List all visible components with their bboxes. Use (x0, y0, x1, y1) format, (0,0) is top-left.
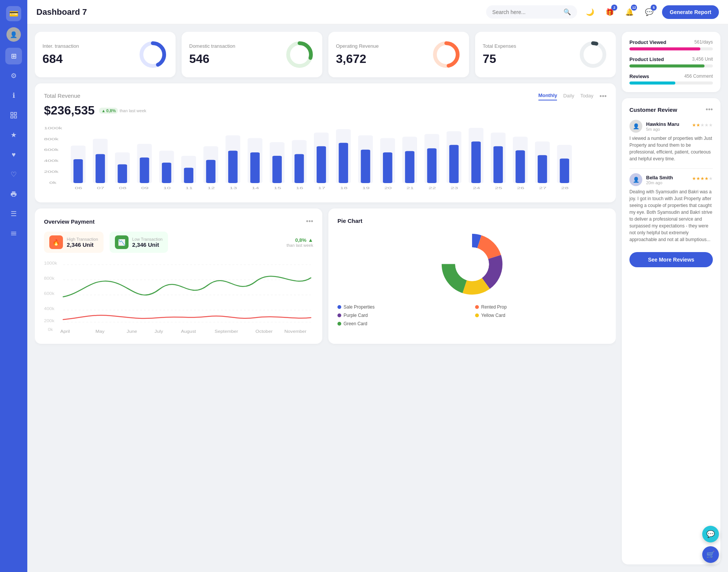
svg-rect-56 (405, 151, 414, 183)
metric-product-viewed: Product Viewed 561/days (629, 39, 713, 50)
search-bar[interactable]: 🔍 (486, 5, 577, 19)
review-item-0: 👤 Hawkins Maru 5m ago ★★★★★ I viewed a n… (629, 120, 713, 162)
sidebar-item-settings[interactable]: ⚙ (5, 67, 22, 84)
reviewer-name-0: Hawkins Maru (646, 121, 679, 127)
svg-text:18: 18 (340, 186, 348, 190)
sidebar-item-heart[interactable]: ♥ (5, 146, 22, 163)
up-arrow-icon: ▲ (101, 108, 105, 113)
chat-button[interactable]: 💬 5 (642, 5, 656, 19)
stat-value-1: 546 (189, 52, 235, 66)
svg-text:11: 11 (185, 186, 193, 190)
low-transaction-value: 2,346 Unit (132, 241, 163, 248)
legend-label-green: Green Card (344, 321, 367, 326)
user-avatar[interactable]: 👤 (6, 27, 21, 42)
metric-value-1: 3,456 Unit (692, 56, 713, 62)
svg-rect-57 (427, 148, 437, 183)
content: Inter. transaction 684 Domestic transact… (27, 24, 728, 572)
payment-up-arrow: ▲ (308, 237, 313, 243)
metric-product-listed: Product Listed 3,456 Unit (629, 56, 713, 67)
fab-cart[interactable]: 🛒 (702, 546, 719, 563)
payment-more-button[interactable]: ••• (306, 218, 313, 226)
legend-dot-green (337, 322, 341, 326)
fab-support[interactable]: 💬 (702, 526, 719, 542)
svg-text:27: 27 (539, 186, 547, 190)
legend-label-yellow: Yellow Card (481, 313, 505, 318)
gift-button[interactable]: 🎁 2 (603, 5, 617, 19)
bell-badge: 12 (631, 5, 637, 11)
svg-rect-42 (96, 154, 105, 183)
svg-rect-44 (140, 158, 149, 183)
svg-text:0k: 0k (49, 180, 57, 184)
reviewer-name-1: Bella Smith (646, 175, 673, 180)
svg-text:600k: 600k (44, 148, 59, 152)
tab-today[interactable]: Today (580, 93, 593, 100)
sidebar-item-list[interactable] (5, 225, 22, 242)
svg-rect-1 (14, 113, 17, 115)
svg-rect-46 (184, 168, 193, 183)
svg-text:14: 14 (252, 186, 259, 190)
tab-daily[interactable]: Daily (563, 93, 574, 100)
dark-mode-button[interactable]: 🌙 (583, 5, 597, 19)
review-text-0: I viewed a number of properties with Jus… (629, 135, 713, 162)
sidebar-item-heart2[interactable]: ♡ (5, 166, 22, 183)
legend-rented-prop: Rented Prop (475, 304, 607, 310)
svg-text:June: June (127, 329, 137, 334)
sidebar-item-menu[interactable]: ☰ (5, 205, 22, 222)
stat-value-3: 75 (483, 52, 516, 66)
svg-rect-54 (361, 150, 370, 183)
reviewer-time-0: 5m ago (646, 127, 679, 132)
revenue-bar-chart: 1000k 800k 600k 400k 200k 0k (44, 125, 607, 193)
svg-text:September: September (215, 329, 238, 334)
legend-dot-purple (337, 313, 341, 317)
svg-rect-43 (118, 165, 127, 183)
see-more-reviews-button[interactable]: See More Reviews (629, 252, 713, 267)
svg-rect-53 (339, 143, 348, 183)
sidebar-item-star[interactable]: ★ (5, 127, 22, 143)
sidebar-item-analytics[interactable] (5, 107, 22, 124)
svg-rect-47 (206, 160, 216, 183)
stat-card-operating-revenue: Operating Revenue 3,672 (328, 32, 469, 77)
sidebar: 💳 👤 ⊞ ⚙ ℹ ★ ♥ ♡ ☰ (0, 0, 27, 572)
metric-value-0: 561/days (694, 39, 713, 45)
svg-text:06: 06 (75, 186, 82, 190)
customer-review-card: Customer Review ••• 👤 Hawkins Maru 5m ag… (622, 98, 720, 564)
svg-text:April: April (60, 329, 70, 334)
bottom-row: Overview Payment ••• 🔥 High Transaction … (35, 208, 616, 344)
change-pct: 0,8% (106, 108, 116, 113)
legend-label-rented: Rented Prop (481, 304, 507, 310)
metric-fill-0 (629, 47, 700, 50)
sidebar-item-info[interactable]: ℹ (5, 87, 22, 104)
legend-yellow-card: Yellow Card (475, 313, 607, 318)
search-input[interactable] (492, 9, 560, 15)
metric-value-2: 456 Comment (684, 74, 713, 79)
svg-text:08: 08 (119, 186, 127, 190)
fab-container: 💬 🛒 (702, 526, 719, 563)
sidebar-item-print[interactable] (5, 186, 22, 202)
revenue-more-button[interactable]: ••• (599, 92, 607, 100)
tab-monthly[interactable]: Monthly (538, 92, 557, 100)
pie-legend: Sale Properties Rented Prop Purple Card (337, 304, 607, 326)
stat-card-total-expenses: Total Expenses 75 (475, 32, 616, 77)
svg-rect-60 (493, 146, 503, 183)
svg-text:600k: 600k (44, 291, 55, 296)
app-logo[interactable]: 💳 (6, 6, 21, 21)
svg-rect-41 (74, 159, 83, 183)
bell-button[interactable]: 🔔 12 (623, 5, 636, 19)
metric-name-2: Reviews (629, 74, 649, 79)
page-title: Dashboard 7 (36, 7, 480, 17)
reviews-title: Customer Review (629, 107, 677, 113)
sidebar-item-dashboard[interactable]: ⊞ (5, 48, 22, 64)
search-icon: 🔍 (563, 8, 571, 16)
svg-text:400k: 400k (44, 307, 55, 311)
reviews-more-button[interactable]: ••• (706, 106, 713, 114)
revenue-change: ▲ 0,8% than last week (99, 108, 146, 114)
stat-card-domestic-transaction: Domestic transaction 546 (182, 32, 322, 77)
metric-fill-2 (629, 81, 675, 85)
svg-rect-61 (516, 150, 525, 183)
generate-report-button[interactable]: Generate Report (662, 5, 719, 19)
svg-point-111 (455, 247, 489, 281)
review-item-1: 👤 Bella Smith 20m ago ★★★★★ Dealing with… (629, 173, 713, 243)
review-divider (629, 168, 713, 169)
svg-text:12: 12 (207, 186, 215, 190)
high-transaction-label: High Transaction (67, 237, 98, 241)
